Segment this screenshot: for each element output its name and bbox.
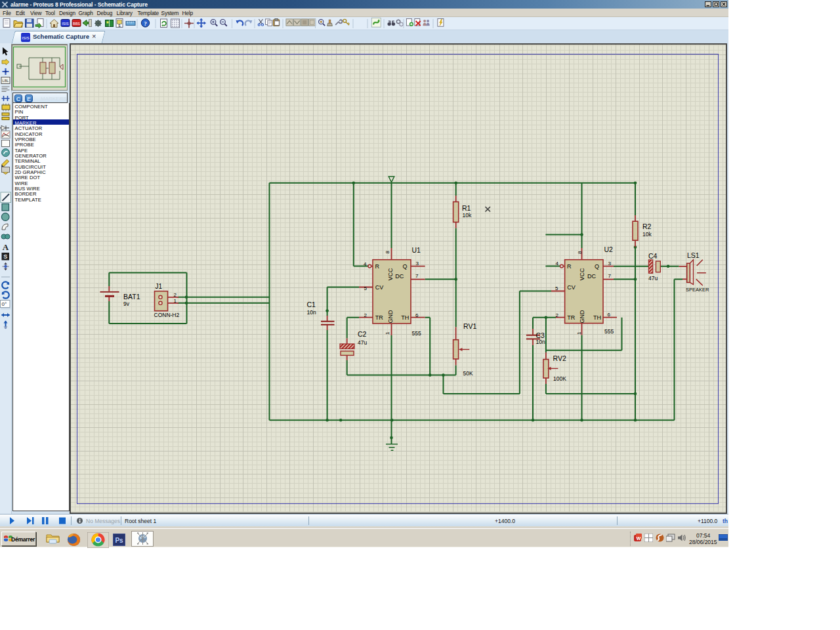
svg-text:TR: TR xyxy=(375,314,383,321)
svg-text:GND: GND xyxy=(387,310,394,324)
svg-text:3: 3 xyxy=(416,261,419,266)
svg-text:RV2: RV2 xyxy=(553,354,566,362)
svg-text:LS1: LS1 xyxy=(687,251,700,259)
svg-text:U2: U2 xyxy=(604,245,614,253)
svg-text:S: S xyxy=(3,253,7,260)
svg-text:10n: 10n xyxy=(536,339,545,345)
svg-text:TR: TR xyxy=(567,314,575,321)
svg-text:CONN-H2: CONN-H2 xyxy=(154,312,180,318)
svg-text:DC: DC xyxy=(395,273,404,280)
svg-text:C4: C4 xyxy=(648,252,658,260)
svg-text:VCC: VCC xyxy=(387,268,394,281)
svg-text:5: 5 xyxy=(364,285,368,291)
svg-text:TH: TH xyxy=(593,314,601,321)
svg-text:Q: Q xyxy=(403,263,408,270)
svg-text:U1: U1 xyxy=(412,246,421,254)
svg-text:BBS: BBS xyxy=(73,22,80,26)
svg-text:1: 1 xyxy=(385,331,390,335)
svg-text:BAT1: BAT1 xyxy=(123,293,140,301)
svg-text:CV: CV xyxy=(567,284,576,291)
svg-text:47u: 47u xyxy=(648,275,658,282)
svg-text:CV: CV xyxy=(375,284,384,291)
svg-text:TH: TH xyxy=(401,314,409,321)
svg-text:W: W xyxy=(637,536,641,541)
svg-text:100K: 100K xyxy=(553,375,566,382)
svg-text:555: 555 xyxy=(604,328,614,335)
svg-text:2: 2 xyxy=(174,292,177,298)
svg-text:R: R xyxy=(567,263,572,270)
svg-text:10k: 10k xyxy=(642,231,652,238)
svg-text:R2: R2 xyxy=(642,222,652,230)
svg-text:10k: 10k xyxy=(463,212,472,219)
svg-text:RV1: RV1 xyxy=(463,322,476,330)
svg-text:8: 8 xyxy=(577,251,583,254)
svg-text:50K: 50K xyxy=(463,370,473,377)
svg-text:VCC: VCC xyxy=(579,268,585,281)
svg-text:DC: DC xyxy=(587,273,596,280)
svg-text:SPEAKER: SPEAKER xyxy=(686,287,709,293)
svg-text:1: 1 xyxy=(174,298,177,304)
svg-text:2: 2 xyxy=(556,312,559,318)
svg-text:?: ? xyxy=(144,20,147,27)
svg-text:R: R xyxy=(375,263,380,270)
svg-text:4: 4 xyxy=(556,261,559,266)
svg-text:6: 6 xyxy=(415,312,419,318)
svg-text:3: 3 xyxy=(608,261,612,266)
svg-text:C1: C1 xyxy=(307,301,316,308)
svg-text:7: 7 xyxy=(608,273,612,279)
svg-text:9v: 9v xyxy=(123,301,130,307)
svg-text:7: 7 xyxy=(415,273,419,279)
svg-text:Ps: Ps xyxy=(115,537,123,544)
svg-text:A: A xyxy=(3,242,9,252)
svg-text:1: 1 xyxy=(576,331,582,335)
svg-text:GND: GND xyxy=(579,310,585,324)
svg-text:ISIS: ISIS xyxy=(22,36,29,40)
svg-text:6: 6 xyxy=(608,312,611,318)
svg-text:555: 555 xyxy=(412,330,421,337)
svg-text:2: 2 xyxy=(364,312,368,318)
svg-text:Q: Q xyxy=(595,263,599,270)
svg-text:C2: C2 xyxy=(358,330,367,338)
svg-text:0°: 0° xyxy=(2,301,7,307)
svg-text:10n: 10n xyxy=(307,309,316,316)
svg-text:J1: J1 xyxy=(156,283,163,290)
svg-text:R1: R1 xyxy=(462,204,471,212)
svg-text:4: 4 xyxy=(364,261,367,267)
svg-text:LBL: LBL xyxy=(3,79,9,83)
svg-text:5: 5 xyxy=(555,285,558,291)
svg-text:ISIS: ISIS xyxy=(62,22,69,26)
svg-text:8: 8 xyxy=(385,251,390,254)
svg-text:47u: 47u xyxy=(358,339,367,346)
